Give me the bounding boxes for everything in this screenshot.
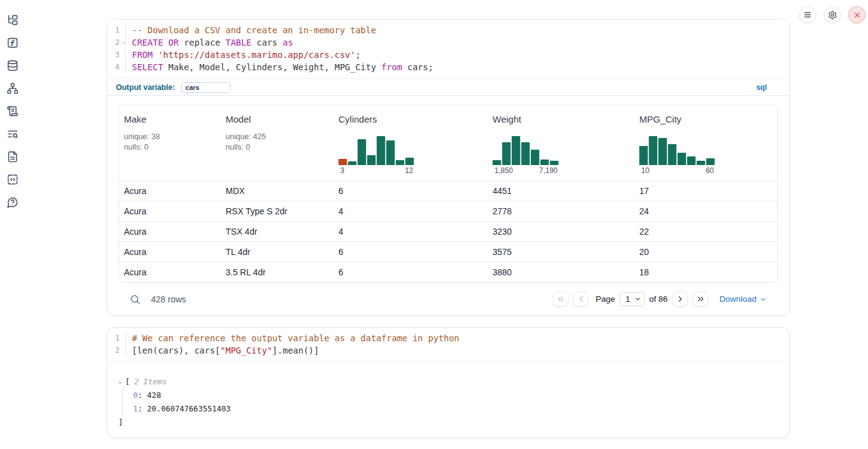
mpg-city-histogram: 1060 — [639, 133, 777, 175]
document-icon[interactable] — [7, 151, 18, 163]
table-cell: TSX 4dr — [221, 227, 334, 237]
table-cell: Acura — [119, 206, 221, 216]
hist-max-label: 60 — [706, 166, 714, 175]
page-select[interactable]: 1 — [620, 292, 645, 306]
table-cell: 18 — [634, 267, 777, 277]
line-number: 2 — [107, 344, 126, 357]
chevron-down-icon — [760, 296, 767, 303]
line-number: 2⌄ — [107, 36, 126, 49]
page-label: Page — [596, 294, 615, 304]
table-footer: 428 rows Page 1 of 86 — [118, 283, 778, 307]
search-icon[interactable] — [129, 294, 141, 305]
line-number: 3 — [107, 49, 126, 61]
tree-value: 428 — [147, 390, 162, 400]
table-cell: 6 — [334, 186, 488, 196]
unique-count: unique: 38 — [124, 132, 221, 142]
table-cell: 2778 — [488, 206, 634, 216]
python-cell: 1# We can reference the output variable … — [107, 327, 790, 438]
table-cell: 24 — [634, 206, 777, 216]
table-cell: Acura — [119, 186, 221, 196]
code-line[interactable]: 2⌄CREATE OR replace TABLE cars as — [107, 36, 789, 49]
table-cell: TL 4dr — [221, 247, 334, 257]
sql-cell: 1-- Download a CSV and create an in-memo… — [107, 19, 790, 316]
menu-button[interactable] — [799, 6, 816, 23]
first-page-button[interactable] — [553, 291, 568, 307]
table-body: AcuraMDX6445117AcuraRSX Type S 2dr427782… — [119, 180, 777, 282]
table-cell: MDX — [221, 186, 334, 196]
hist-max-label: 12 — [405, 166, 413, 175]
table-cell: Acura — [119, 227, 221, 237]
table-cell: Acura — [119, 247, 221, 257]
table-row: AcuraRSX Type S 2dr4277824 — [119, 201, 777, 221]
items-count: 2 Items — [134, 377, 167, 386]
table-cell: 3230 — [488, 227, 634, 237]
functions-icon[interactable] — [7, 37, 18, 49]
table-cell: 4451 — [488, 186, 634, 196]
table-cell: 3575 — [488, 247, 634, 257]
code-line[interactable]: 1# We can reference the output variable … — [107, 332, 789, 344]
output-variable-label: Output variable: — [116, 83, 175, 92]
nulls-count: nulls: 0 — [124, 142, 221, 153]
table-cell: 20 — [634, 247, 777, 257]
python-output-tree: ⌄ [ 2 Items 0: 428 1: 20.060747663551403… — [107, 362, 789, 429]
code-line[interactable]: 4SELECT Make, Model, Cylinders, Weight, … — [107, 61, 789, 73]
table-cell: 22 — [634, 227, 777, 237]
scroll-logs-icon[interactable] — [7, 105, 18, 117]
collapse-chevron-icon[interactable]: ⌄ — [118, 378, 122, 384]
column-header-mpg-city: MPG_City 1060 — [634, 105, 777, 180]
line-number: 4 — [107, 61, 126, 73]
output-variable-row: Output variable: sql — [107, 79, 789, 96]
dependency-graph-icon[interactable] — [7, 83, 18, 94]
table-row: AcuraTL 4dr6357520 — [119, 241, 777, 262]
code-line[interactable]: 2[len(cars), cars["MPG_City"].mean()] — [107, 344, 789, 357]
file-tree-icon[interactable] — [7, 14, 18, 26]
table-cell: 3880 — [488, 267, 634, 277]
topbar — [799, 6, 866, 23]
sql-editor[interactable]: 1-- Download a CSV and create an in-memo… — [107, 20, 789, 79]
line-number: 1 — [107, 24, 126, 36]
table-row: AcuraMDX6445117 — [119, 180, 777, 201]
table-cell: 4 — [334, 227, 488, 237]
shutdown-button[interactable] — [848, 6, 866, 23]
language-badge: sql — [756, 83, 767, 92]
snippets-icon[interactable] — [7, 174, 18, 185]
python-editor[interactable]: 1# We can reference the output variable … — [107, 328, 789, 362]
tree-value: 20.060747663551403 — [147, 404, 231, 413]
column-header-cylinders: Cylinders 312 — [334, 105, 488, 180]
page-total: of 86 — [649, 294, 668, 304]
column-header-weight: Weight 1,8507,190 — [488, 105, 634, 180]
code-line[interactable]: 1-- Download a CSV and create an in-memo… — [107, 24, 789, 36]
nulls-count: nulls: 0 — [226, 142, 334, 153]
help-icon[interactable] — [7, 196, 18, 208]
unique-count: unique: 425 — [226, 132, 334, 142]
fold-chevron-icon[interactable]: ⌄ — [122, 39, 125, 44]
table-cell: 4 — [334, 206, 488, 216]
table-cell: 6 — [334, 247, 488, 257]
next-page-button[interactable] — [673, 291, 688, 307]
hist-min-label: 3 — [340, 166, 345, 175]
text-search-icon[interactable] — [7, 128, 18, 140]
tree-entry: 1: 20.060747663551403 — [133, 402, 779, 415]
sidebar — [7, 14, 18, 208]
output-variable-input[interactable] — [181, 82, 231, 93]
bracket-close: ] — [118, 418, 123, 427]
code-line[interactable]: 3FROM 'https://datasets.marimo.app/cars.… — [107, 49, 789, 61]
column-header-model: Model unique: 425 nulls: 0 — [221, 105, 334, 180]
database-icon[interactable] — [7, 60, 18, 71]
download-button[interactable]: Download — [719, 294, 767, 304]
hist-min-label: 10 — [641, 166, 649, 175]
table-cell: 3.5 RL 4dr — [221, 267, 334, 277]
bracket-open: [ — [125, 377, 130, 386]
table-cell: 17 — [634, 186, 777, 196]
prev-page-button[interactable] — [573, 291, 589, 307]
row-count: 428 rows — [151, 294, 186, 304]
column-header-make: Make unique: 38 nulls: 0 — [119, 105, 221, 180]
table-row: Acura3.5 RL 4dr6388018 — [119, 262, 777, 282]
sql-output: Make unique: 38 nulls: 0 Model unique: 4… — [107, 96, 789, 307]
last-page-button[interactable] — [693, 291, 708, 307]
hist-min-label: 1,850 — [494, 166, 513, 175]
settings-button[interactable] — [824, 6, 841, 23]
table-cell: Acura — [119, 267, 221, 277]
table-cell: 6 — [334, 267, 488, 277]
hist-max-label: 7,190 — [539, 166, 557, 175]
